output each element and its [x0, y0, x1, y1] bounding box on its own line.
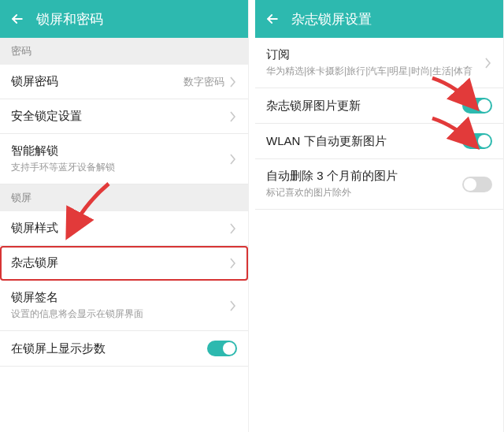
item-lock-style[interactable]: 锁屏样式: [0, 211, 248, 246]
page-title: 锁屏和密码: [36, 10, 103, 28]
screen-lockscreen-password: 锁屏和密码 密码 锁屏密码 数字密码 安全锁定设置 智能解锁 支持手环等蓝牙设备…: [0, 0, 249, 432]
section-password: 密码: [0, 38, 248, 65]
item-sublabel: 设置的信息将会显示在锁屏界面: [11, 307, 229, 321]
chevron-right-icon: [229, 154, 237, 165]
section-lockscreen: 锁屏: [0, 184, 248, 211]
back-arrow-icon[interactable]: [9, 11, 25, 27]
chevron-right-icon: [229, 258, 237, 269]
item-subscribe[interactable]: 订阅 华为精选|徕卡摄影|旅行|汽车|明星|时尚|生活|体育: [255, 38, 503, 88]
chevron-right-icon: [229, 223, 237, 234]
item-label: 杂志锁屏: [11, 255, 229, 270]
item-wlan-update[interactable]: WLAN 下自动更新图片: [255, 124, 503, 159]
item-label: WLAN 下自动更新图片: [266, 134, 462, 149]
item-magazine-lockscreen[interactable]: 杂志锁屏: [0, 246, 248, 281]
item-label: 锁屏样式: [11, 221, 229, 236]
item-show-steps[interactable]: 在锁屏上显示步数: [0, 331, 248, 367]
back-arrow-icon[interactable]: [265, 11, 280, 27]
chevron-right-icon: [229, 76, 237, 88]
item-lock-signature[interactable]: 锁屏签名 设置的信息将会显示在锁屏界面: [0, 281, 248, 331]
item-label: 安全锁定设置: [11, 109, 229, 124]
app-header: 锁屏和密码: [0, 0, 248, 38]
item-update-images[interactable]: 杂志锁屏图片更新: [255, 88, 503, 124]
toggle-auto-delete[interactable]: [462, 177, 492, 192]
app-header: 杂志锁屏设置: [255, 0, 503, 38]
item-sublabel: 标记喜欢的图片除外: [266, 186, 462, 199]
chevron-right-icon: [229, 111, 237, 122]
item-auto-delete[interactable]: 自动删除 3 个月前的图片 标记喜欢的图片除外: [255, 159, 503, 210]
toggle-show-steps[interactable]: [207, 341, 237, 356]
chevron-right-icon: [484, 58, 492, 69]
item-label: 订阅: [266, 47, 484, 62]
page-title: 杂志锁屏设置: [291, 10, 372, 28]
item-value: 数字密码: [183, 75, 224, 89]
item-label: 自动删除 3 个月前的图片: [266, 169, 462, 184]
chevron-right-icon: [229, 300, 237, 311]
item-smart-unlock[interactable]: 智能解锁 支持手环等蓝牙设备解锁: [0, 134, 248, 184]
toggle-update-images[interactable]: [462, 98, 492, 114]
item-lock-password[interactable]: 锁屏密码 数字密码: [0, 65, 248, 99]
item-sublabel: 支持手环等蓝牙设备解锁: [11, 161, 229, 174]
item-label: 锁屏签名: [11, 290, 229, 305]
screen-magazine-settings: 杂志锁屏设置 订阅 华为精选|徕卡摄影|旅行|汽车|明星|时尚|生活|体育 杂志…: [255, 0, 504, 432]
item-label: 锁屏密码: [11, 74, 183, 89]
item-label: 在锁屏上显示步数: [11, 341, 207, 356]
item-secure-lock[interactable]: 安全锁定设置: [0, 99, 248, 134]
item-label: 杂志锁屏图片更新: [266, 99, 462, 114]
toggle-wlan-update[interactable]: [462, 133, 492, 149]
item-sublabel: 华为精选|徕卡摄影|旅行|汽车|明星|时尚|生活|体育: [266, 65, 484, 78]
item-label: 智能解锁: [11, 143, 229, 158]
